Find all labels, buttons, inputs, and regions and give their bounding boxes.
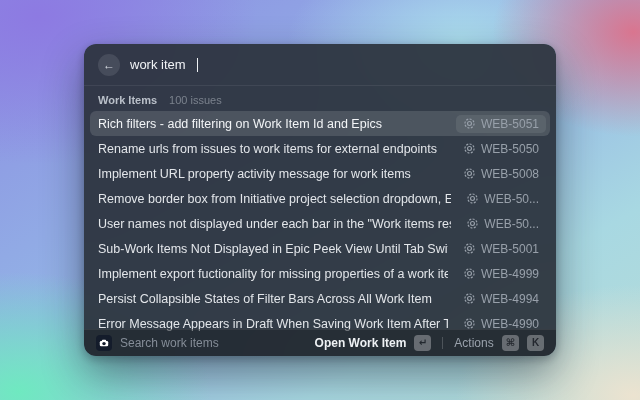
result-id-badge: WEB-5051 <box>456 115 546 133</box>
result-row[interactable]: Implement URL property activity message … <box>90 161 550 186</box>
result-title: Implement URL property activity message … <box>98 167 448 181</box>
result-id: WEB-5050 <box>481 142 539 156</box>
result-id: WEB-4994 <box>481 292 539 306</box>
result-id-badge: WEB-50... <box>459 215 546 233</box>
footer-search-hint[interactable]: Search work items <box>120 336 307 350</box>
target-icon <box>466 217 479 230</box>
command-palette: ← work item Work Items 100 issues Rich f… <box>84 44 556 356</box>
result-title: Rich filters - add filtering on Work Ite… <box>98 117 448 131</box>
result-id-badge: WEB-4994 <box>456 290 546 308</box>
target-icon <box>463 292 476 305</box>
result-row[interactable]: Implement export fuctionality for missin… <box>90 261 550 286</box>
back-arrow-icon: ← <box>103 59 115 71</box>
result-title: Remove border box from Initiative projec… <box>98 192 451 206</box>
result-id-badge: WEB-50... <box>459 190 546 208</box>
actions-label[interactable]: Actions <box>454 336 493 350</box>
search-bar: ← work item <box>84 44 556 86</box>
result-title: Sub-Work Items Not Displayed in Epic Pee… <box>98 242 448 256</box>
result-id: WEB-50... <box>484 217 539 231</box>
result-id: WEB-5051 <box>481 117 539 131</box>
footer-divider <box>442 337 443 349</box>
cmd-key-badge[interactable]: ⌘ <box>502 335 519 351</box>
result-title: Implement export fuctionality for missin… <box>98 267 448 281</box>
results-header: Work Items 100 issues <box>84 86 556 111</box>
enter-key-badge[interactable]: ↵ <box>414 335 431 351</box>
result-id: WEB-4999 <box>481 267 539 281</box>
result-id-badge: WEB-5008 <box>456 165 546 183</box>
result-title: Rename urls from issues to work items fo… <box>98 142 448 156</box>
result-id: WEB-5001 <box>481 242 539 256</box>
target-icon <box>466 192 479 205</box>
target-icon <box>463 167 476 180</box>
result-id-badge: WEB-4999 <box>456 265 546 283</box>
app-logo-icon <box>96 335 112 351</box>
section-title: Work Items <box>98 94 157 106</box>
results-count: 100 issues <box>169 94 222 106</box>
result-row[interactable]: Persist Collapsible States of Filter Bar… <box>90 286 550 311</box>
result-id: WEB-50... <box>484 192 539 206</box>
target-icon <box>463 267 476 280</box>
target-icon <box>463 242 476 255</box>
back-button[interactable]: ← <box>98 54 120 76</box>
result-id-badge: WEB-5050 <box>456 140 546 158</box>
results-list: Rich filters - add filtering on Work Ite… <box>84 111 556 333</box>
result-id-badge: WEB-5001 <box>456 240 546 258</box>
result-row[interactable]: Sub-Work Items Not Displayed in Epic Pee… <box>90 236 550 261</box>
result-title: Persist Collapsible States of Filter Bar… <box>98 292 448 306</box>
result-row[interactable]: Remove border box from Initiative projec… <box>90 186 550 211</box>
search-input[interactable]: work item <box>130 57 186 72</box>
open-work-item-label[interactable]: Open Work Item <box>315 336 407 350</box>
target-icon <box>463 142 476 155</box>
k-key-badge[interactable]: K <box>527 335 544 351</box>
result-row[interactable]: Rich filters - add filtering on Work Ite… <box>90 111 550 136</box>
result-id: WEB-5008 <box>481 167 539 181</box>
result-row[interactable]: Rename urls from issues to work items fo… <box>90 136 550 161</box>
footer-bar: Search work items Open Work Item ↵ Actio… <box>84 329 556 356</box>
text-caret <box>197 58 199 72</box>
result-row[interactable]: User names not displayed under each bar … <box>90 211 550 236</box>
result-title: User names not displayed under each bar … <box>98 217 451 231</box>
target-icon <box>463 117 476 130</box>
